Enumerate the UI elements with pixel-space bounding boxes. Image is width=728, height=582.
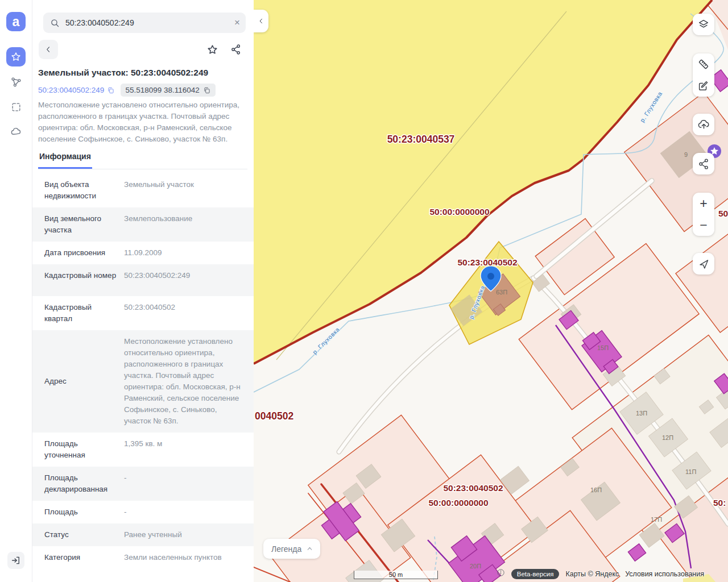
- legend-button[interactable]: Легенда: [263, 539, 320, 559]
- login-button[interactable]: [7, 552, 24, 569]
- zoom-controls: + −: [693, 193, 714, 236]
- info-icon[interactable]: [497, 568, 505, 579]
- icon-sidebar: a: [0, 0, 32, 582]
- layers-icon: [697, 18, 710, 31]
- parcel-label: 20П: [470, 563, 481, 569]
- star-outline-icon: [206, 44, 218, 56]
- table-row: КатегорияЗемли населенных пунктов: [32, 546, 254, 569]
- locate-button[interactable]: [693, 253, 714, 275]
- maps-copyright[interactable]: Карты © Яндекс: [565, 570, 619, 578]
- scale-bar: 50 m: [354, 571, 438, 579]
- clear-search-icon[interactable]: ×: [229, 17, 246, 28]
- parcel-label: 16П: [590, 487, 602, 493]
- table-row: Вид объекта недвижимостиЗемельный участо…: [32, 173, 254, 207]
- cadastral-number-chip[interactable]: 50:23:0040502:249: [38, 86, 115, 94]
- share-map-button[interactable]: [693, 153, 714, 174]
- table-row: Вид земельного участкаЗемлепользование: [32, 207, 254, 242]
- terms-link[interactable]: Условия использования: [625, 570, 704, 578]
- sidebar-item-layers-cloud[interactable]: [6, 122, 26, 142]
- star-icon: [10, 51, 22, 63]
- parcel-label: 11П: [685, 468, 696, 475]
- search-bar: ×: [43, 13, 246, 33]
- coordinates-value: 55.518099 38.116042: [125, 86, 199, 94]
- house-number-label: 9: [684, 151, 688, 158]
- zoom-out-button[interactable]: −: [693, 214, 714, 236]
- cloud-icon: [10, 126, 22, 138]
- polygon-network-icon: [10, 76, 22, 88]
- sidebar-item-favorites[interactable]: [6, 47, 26, 66]
- sidebar-item-objects[interactable]: [6, 72, 26, 92]
- parcel-label: 15П: [597, 344, 609, 351]
- table-row: Дата присвоения11.09.2009: [32, 242, 254, 264]
- quarter-label: 50:23:0040502: [457, 257, 517, 267]
- table-row: АдресМестоположение установлено относите…: [32, 330, 254, 433]
- share-icon: [230, 44, 242, 55]
- minus-icon: −: [700, 219, 707, 232]
- layers-button[interactable]: [693, 14, 714, 35]
- copy-icon[interactable]: [107, 86, 115, 94]
- locate-arrow-icon: [698, 258, 710, 270]
- quarter-label-clipped: 50: [718, 209, 728, 218]
- edit-icon: [697, 80, 710, 92]
- parcel-label: 63П: [496, 289, 507, 296]
- select-area-icon: [11, 102, 22, 113]
- ruler-button[interactable]: [693, 53, 714, 75]
- scale-text: 50 m: [389, 572, 403, 578]
- parcel-label: 13П: [636, 410, 647, 417]
- map-attribution: Beta-версия Карты © Яндекс Условия испол…: [497, 568, 704, 579]
- table-row: Площадь уточненная1,395 кв. м: [32, 433, 254, 467]
- zoom-in-button[interactable]: +: [693, 193, 714, 214]
- collapse-panel-button[interactable]: [254, 10, 268, 32]
- parcel-label: 17П: [651, 516, 662, 523]
- back-button[interactable]: [39, 40, 58, 59]
- plus-icon: +: [700, 197, 707, 210]
- share-button[interactable]: [226, 40, 246, 59]
- search-icon: [50, 18, 60, 28]
- quarter-label-clipped: 50:: [713, 498, 726, 508]
- chevron-left-icon: [44, 45, 52, 53]
- cadastral-number-link[interactable]: 50:23:0040502:249: [38, 86, 104, 94]
- sidebar-item-select-area[interactable]: [6, 97, 26, 117]
- quarter-label: 50:23:0040537: [387, 134, 455, 145]
- favorite-button[interactable]: [202, 40, 222, 59]
- quarter-label-clipped: 0040502: [255, 410, 293, 422]
- cloud-upload-icon: [697, 118, 710, 131]
- draw-button[interactable]: [693, 75, 714, 97]
- upload-button[interactable]: [693, 114, 714, 135]
- attributes-table: Вид объекта недвижимостиЗемельный участо…: [32, 173, 254, 569]
- app-logo[interactable]: a: [6, 12, 26, 31]
- parcel-label: 12П: [662, 434, 673, 441]
- table-row: Площадь-: [32, 501, 254, 523]
- table-row: Кадастровый номер50:23:0040502:249: [32, 264, 254, 296]
- share-icon: [698, 158, 710, 170]
- exit-icon: [11, 555, 21, 566]
- coordinates-chip[interactable]: 55.518099 38.116042: [121, 84, 215, 97]
- chevron-up-icon: [306, 545, 313, 552]
- legend-label: Легенда: [271, 544, 301, 554]
- ruler-icon: [697, 58, 710, 70]
- chevron-left-icon: [258, 18, 264, 24]
- table-row: СтатусРанее учтенный: [32, 523, 254, 546]
- map-container: 63П 15П 13П 12П 11П 16П 17П 20П 9 р. Глу…: [254, 0, 728, 582]
- tab-information[interactable]: Информация: [38, 148, 92, 169]
- table-row: Площадь декларированная-: [32, 467, 254, 501]
- measure-tools: [693, 53, 714, 97]
- copy-icon[interactable]: [203, 86, 211, 94]
- map-canvas[interactable]: 63П 15П 13П 12П 11П 16П 17П 20П 9 р. Глу…: [254, 0, 728, 582]
- table-row: Кадастровый квартал50:23:0040502: [32, 296, 254, 330]
- tab-bar: Информация: [38, 148, 247, 169]
- quarter-label: 50:00:0000000: [428, 498, 488, 508]
- detail-panel: × Земельный участок: 50:23:0040502:249 5…: [32, 0, 254, 582]
- beta-badge: Beta-версия: [511, 569, 560, 579]
- app-window: 63П 15П 13П 12П 11П 16П 17П 20П 9 р. Глу…: [0, 0, 728, 582]
- quarter-label: 50:00:0000000: [429, 207, 489, 217]
- search-input[interactable]: [64, 18, 229, 28]
- quarter-label: 50:23:0040502: [443, 483, 503, 493]
- location-description: Местоположение установлено относительно …: [38, 99, 249, 145]
- page-title: Земельный участок: 50:23:0040502:249: [38, 68, 250, 78]
